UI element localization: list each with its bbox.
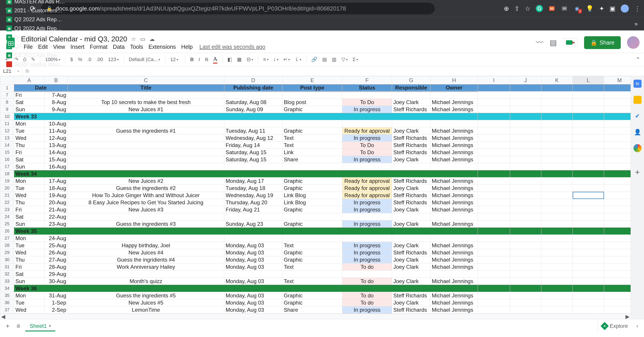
row-header[interactable]: 20 — [0, 185, 14, 192]
cell[interactable] — [604, 206, 631, 213]
cell[interactable] — [573, 242, 604, 249]
cell-day[interactable]: Thu — [14, 256, 44, 263]
cell-title[interactable] — [68, 163, 224, 170]
menu-data[interactable]: Data — [110, 43, 128, 51]
cell[interactable] — [604, 249, 631, 256]
row-header[interactable]: 32 — [0, 270, 14, 278]
cell-title[interactable]: New Juices #4 — [68, 249, 224, 256]
cell[interactable] — [573, 278, 604, 285]
cell[interactable] — [478, 177, 510, 185]
cell-owner[interactable]: Michael Jennings — [430, 220, 478, 228]
cell-pubdate[interactable]: Monday, Aug 17 — [224, 177, 282, 185]
cell-owner[interactable]: Michael Jennings — [430, 135, 478, 142]
cell[interactable] — [573, 156, 604, 163]
cell-posttype[interactable] — [282, 163, 342, 170]
cell-posttype[interactable]: Graphic — [282, 256, 342, 263]
column-header-L[interactable]: L — [573, 76, 604, 84]
cell-responsible[interactable]: Joey Clark — [392, 99, 430, 106]
cell[interactable] — [510, 213, 541, 220]
cell-day[interactable]: Tue — [14, 127, 44, 135]
maps-icon[interactable] — [634, 144, 642, 152]
cell-responsible[interactable]: Steff Richards — [392, 199, 430, 206]
row-header[interactable]: 36 — [0, 299, 14, 306]
row-header[interactable]: 37 — [0, 306, 14, 313]
header-status[interactable]: Status — [342, 84, 392, 92]
extension-badge-95[interactable]: 95 — [548, 5, 556, 12]
cell-responsible[interactable]: Steff Richards — [392, 249, 430, 256]
cell-status[interactable]: To Do — [342, 99, 392, 106]
cell-owner[interactable] — [430, 213, 478, 220]
cell[interactable] — [478, 120, 510, 127]
row-header[interactable]: 25 — [0, 220, 14, 228]
cell-posttype[interactable] — [282, 270, 342, 278]
cell-responsible[interactable]: Steff Richards — [392, 306, 430, 313]
cell-status[interactable]: Ready for approval — [342, 177, 392, 185]
cell[interactable] — [541, 249, 573, 256]
cell[interactable] — [342, 213, 392, 220]
comment-button[interactable]: ▤ — [320, 55, 329, 64]
cell-title[interactable] — [68, 120, 224, 127]
cell-title[interactable] — [68, 92, 224, 99]
cell[interactable] — [573, 270, 604, 278]
cell-day[interactable]: Sat — [14, 213, 44, 220]
cell-responsible[interactable]: Joey Clark — [392, 206, 430, 213]
cell-day[interactable]: Thu — [14, 199, 44, 206]
last-edit-link[interactable]: Last edit was seconds ago — [196, 44, 266, 50]
cell[interactable] — [478, 292, 510, 299]
cell-status[interactable]: To do — [342, 292, 392, 299]
cell-pubdate[interactable]: Saturday, Aug 15 — [224, 149, 282, 156]
cell-status[interactable]: Ready for approval — [342, 185, 392, 192]
cell[interactable] — [478, 220, 510, 228]
cell-owner[interactable]: Michael Jennings — [430, 185, 478, 192]
cell-pubdate[interactable]: Monday, Aug 03 — [224, 263, 282, 270]
cell[interactable] — [510, 177, 541, 185]
cell-day[interactable]: Sun — [14, 220, 44, 228]
cell[interactable] — [541, 135, 573, 142]
cell[interactable] — [573, 299, 604, 306]
cell[interactable] — [541, 299, 573, 306]
bookmark-item[interactable]: ▦Q2 2022 Ads Rep… — [4, 15, 68, 24]
cell-pubdate[interactable]: Sunday, Aug 23 — [224, 220, 282, 228]
cell-title[interactable] — [68, 149, 224, 156]
cell[interactable] — [478, 142, 510, 149]
horizontal-scrollbar[interactable]: ◀ ▶ — [0, 314, 630, 319]
italic-button[interactable]: I — [197, 55, 202, 64]
move-doc-icon[interactable]: ▭ — [140, 36, 145, 42]
cell-date[interactable]: 7-Aug — [44, 92, 68, 99]
cell[interactable] — [342, 163, 392, 170]
cell[interactable] — [573, 142, 604, 149]
cell-date[interactable]: 16-Aug — [44, 163, 68, 170]
cell[interactable] — [510, 99, 541, 106]
row-header[interactable]: 22 — [0, 199, 14, 206]
cell-responsible[interactable]: Joey Clark — [392, 220, 430, 228]
column-header-K[interactable]: K — [541, 76, 573, 84]
bookmark-item[interactable]: ▦2021 - Customers… — [4, 6, 68, 15]
cell-responsible[interactable] — [392, 120, 430, 127]
cell-title[interactable] — [68, 135, 224, 142]
cell[interactable] — [604, 292, 631, 299]
row-header[interactable]: 7 — [0, 92, 14, 99]
cell-owner[interactable]: Michael Jennings — [430, 306, 478, 313]
cell[interactable] — [604, 156, 631, 163]
activity-icon[interactable]: 〰 — [536, 38, 544, 47]
cell-posttype[interactable]: Graphic — [282, 185, 342, 192]
account-avatar[interactable] — [627, 36, 640, 49]
format-currency-button[interactable]: $ — [68, 55, 75, 64]
column-header-B[interactable]: B — [44, 76, 68, 84]
cell[interactable] — [604, 213, 631, 220]
cell[interactable] — [541, 177, 573, 185]
row-header[interactable]: 14 — [0, 142, 14, 149]
cell-posttype[interactable]: Text — [282, 263, 342, 270]
cell-title[interactable] — [68, 156, 224, 163]
cell-day[interactable]: Sun — [14, 278, 44, 285]
cell[interactable] — [604, 199, 631, 206]
cell[interactable] — [510, 142, 541, 149]
cell[interactable] — [573, 135, 604, 142]
paint-format-button[interactable]: ✎ — [29, 55, 37, 64]
cell-date[interactable]: 28-Aug — [44, 263, 68, 270]
cell[interactable] — [604, 299, 631, 306]
cell[interactable] — [342, 235, 392, 242]
cell-owner[interactable] — [430, 270, 478, 278]
cell[interactable] — [478, 270, 510, 278]
cell[interactable] — [541, 149, 573, 156]
